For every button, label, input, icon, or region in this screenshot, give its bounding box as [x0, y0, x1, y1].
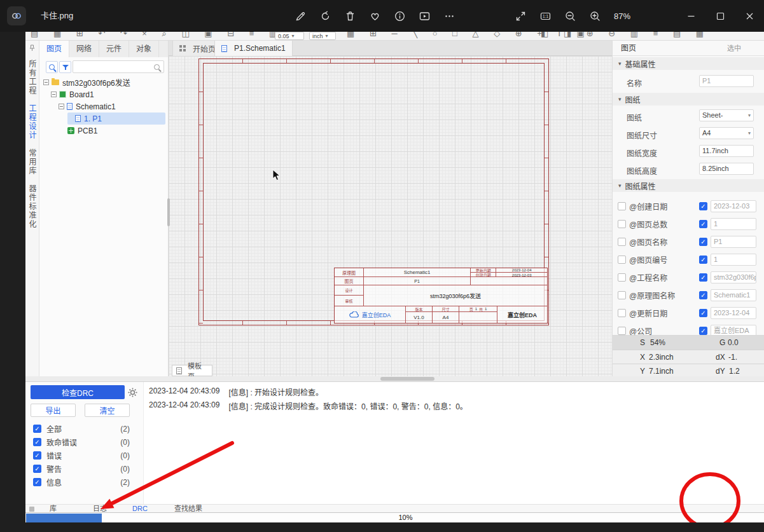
- filter-warning[interactable]: ✓ 警告 (0): [33, 462, 130, 475]
- tree-item-schematic[interactable]: Schematic1: [39, 100, 168, 113]
- status-row-x: X 2.3inch dX -1.: [613, 350, 764, 364]
- attr-visible-checkbox[interactable]: [618, 220, 626, 228]
- attr-value-input[interactable]: stm32g030f6p6发送: [711, 271, 756, 283]
- toolbar-icons-left[interactable]: ▤ ▦ ⊞ ↶ ↷ × ⌕ ◫ ▣ ⊟ ≡ ▥: [31, 32, 283, 39]
- schematic-canvas[interactable]: 原理图 Schematic1 更新日期 2023-12-04 创建日期 2023…: [169, 56, 612, 376]
- rotate-button[interactable]: [316, 7, 334, 25]
- slideshow-button[interactable]: [415, 7, 433, 25]
- canvas-vertical-scrollbar[interactable]: [167, 198, 170, 226]
- minimize-button[interactable]: [676, 0, 705, 32]
- sheet-size-select[interactable]: A4▾: [699, 127, 754, 139]
- attr-enabled-checkbox[interactable]: ✓: [699, 327, 707, 335]
- close-button[interactable]: [735, 0, 764, 32]
- checkbox-checked[interactable]: ✓: [33, 478, 41, 486]
- actual-size-button[interactable]: 1:1: [536, 7, 554, 25]
- attr-value-input[interactable]: 2023-12-03: [711, 200, 756, 212]
- tree-item-project[interactable]: stm32g030f6p6发送: [39, 76, 168, 88]
- zoom-out-button[interactable]: [561, 7, 579, 25]
- viewer-toolbar-zoom: 1:1 87%: [511, 7, 634, 25]
- tab-p1-schematic[interactable]: P1.Schematic1: [214, 41, 293, 56]
- sheet-width-input[interactable]: 11.7inch: [699, 145, 754, 157]
- attr-value-input[interactable]: 2023-12-04: [711, 307, 756, 319]
- section-sheet-props[interactable]: ▾ 图纸属性: [613, 179, 764, 192]
- filter-button[interactable]: [59, 61, 71, 73]
- titleblock-type-label: 原理图: [335, 268, 364, 276]
- clear-button[interactable]: 清空: [85, 404, 130, 417]
- more-options-button[interactable]: [440, 7, 458, 25]
- check-drc-button[interactable]: 检查DRC: [31, 385, 125, 399]
- panel-toggle-icon[interactable]: [29, 507, 34, 512]
- filter-fatal[interactable]: ✓ 致命错误 (0): [33, 435, 130, 449]
- attr-value-input[interactable]: Schematic1: [711, 289, 756, 301]
- gear-icon[interactable]: [128, 388, 137, 399]
- zoom-in-button[interactable]: [586, 7, 604, 25]
- name-input[interactable]: P1: [699, 75, 754, 87]
- attr-visible-checkbox[interactable]: [618, 309, 626, 317]
- tab-sheets[interactable]: 图页: [39, 41, 69, 57]
- attr-visible-checkbox[interactable]: [618, 202, 626, 210]
- rail-item-all-projects[interactable]: 所有工程: [27, 60, 38, 95]
- template-page-tab[interactable]: 模板页: [172, 365, 212, 376]
- attr-visible-checkbox[interactable]: [618, 238, 626, 246]
- photo-viewport[interactable]: ▤ ▦ ⊞ ↶ ↷ × ⌕ ◫ ▣ ⊟ ≡ ▥ 0.05▾ inch▾ ▦ ⊞ …: [25, 32, 764, 522]
- tab-components[interactable]: 元件: [99, 41, 129, 57]
- attr-visible-checkbox[interactable]: [618, 256, 626, 264]
- section-sheet[interactable]: ▾ 图纸: [613, 93, 764, 106]
- tree-item-page-p1[interactable]: 1. P1: [39, 113, 168, 125]
- attr-enabled-checkbox[interactable]: ✓: [699, 202, 707, 210]
- attr-enabled-checkbox[interactable]: ✓: [699, 238, 707, 246]
- collapse-toggle-icon[interactable]: [59, 104, 64, 109]
- attr-visible-checkbox[interactable]: [618, 327, 626, 335]
- filter-error[interactable]: ✓ 错误 (0): [33, 449, 130, 462]
- canvas-horizontal-scrollbar[interactable]: [380, 377, 434, 381]
- fullscreen-button[interactable]: [511, 7, 529, 25]
- attr-value-input[interactable]: 1: [711, 254, 756, 266]
- sheet-style-select[interactable]: Sheet-▾: [699, 109, 754, 121]
- info-button[interactable]: [391, 7, 408, 25]
- filter-all[interactable]: ✓ 全部 (2): [33, 422, 130, 435]
- rail-item-part-standard[interactable]: 器件标准化: [27, 184, 38, 229]
- attr-visible-checkbox[interactable]: [618, 291, 626, 299]
- attr-enabled-checkbox[interactable]: ✓: [699, 291, 707, 299]
- filter-count: (0): [120, 465, 130, 474]
- collapse-toggle-icon[interactable]: [51, 92, 57, 97]
- filter-count: (2): [120, 425, 130, 433]
- checkbox-checked[interactable]: ✓: [33, 465, 41, 473]
- attr-visible-checkbox[interactable]: [618, 273, 626, 282]
- tree-search-input[interactable]: [73, 60, 164, 73]
- bottom-dock-tabbar: 库 日志 DRC 查找结果: [25, 504, 764, 512]
- edit-image-button[interactable]: [291, 7, 309, 25]
- search-button[interactable]: [46, 61, 58, 73]
- filter-info[interactable]: ✓ 信息 (2): [33, 475, 130, 489]
- attr-enabled-checkbox[interactable]: ✓: [699, 309, 707, 317]
- section-basic-props[interactable]: ▾ 基础属性: [613, 57, 764, 70]
- collapse-toggle-icon[interactable]: [43, 79, 49, 85]
- checkbox-checked[interactable]: ✓: [33, 438, 41, 446]
- rail-item-project-design[interactable]: 工程设计: [27, 104, 38, 140]
- maximize-button[interactable]: [705, 0, 735, 32]
- attr-value-input[interactable]: 1: [711, 218, 756, 230]
- tab-nets[interactable]: 网络: [69, 41, 99, 57]
- unit-select[interactable]: inch▾: [309, 32, 336, 40]
- export-button[interactable]: 导出: [31, 404, 76, 417]
- grid-size-select[interactable]: 0.05▾: [275, 32, 304, 40]
- attr-value-input[interactable]: P1: [711, 236, 756, 248]
- close-icon: [744, 10, 756, 22]
- toolbar-icons-right[interactable]: ◧ ◨ ⊕ ⊖ ▥ ≡ ▤ ▦: [541, 32, 710, 38]
- sheet-height-input[interactable]: 8.25inch: [699, 163, 754, 175]
- delete-button[interactable]: [341, 7, 359, 25]
- attr-enabled-checkbox[interactable]: ✓: [699, 220, 707, 228]
- tree-item-pcb[interactable]: PCB1: [39, 125, 168, 137]
- tab-objects[interactable]: 对象: [129, 41, 159, 57]
- checkmark-icon: ✓: [700, 274, 707, 282]
- properties-header-right[interactable]: 选中: [727, 41, 741, 56]
- board-icon: [59, 91, 66, 98]
- attr-enabled-checkbox[interactable]: ✓: [699, 256, 707, 264]
- tree-item-board[interactable]: Board1: [39, 88, 168, 100]
- checkbox-checked[interactable]: ✓: [33, 451, 41, 460]
- checkbox-checked[interactable]: ✓: [33, 425, 41, 433]
- rail-item-common-libs[interactable]: 常用库: [27, 149, 38, 175]
- favorite-button[interactable]: [366, 7, 384, 25]
- attr-enabled-checkbox[interactable]: ✓: [699, 273, 707, 282]
- pin-icon[interactable]: [29, 44, 35, 53]
